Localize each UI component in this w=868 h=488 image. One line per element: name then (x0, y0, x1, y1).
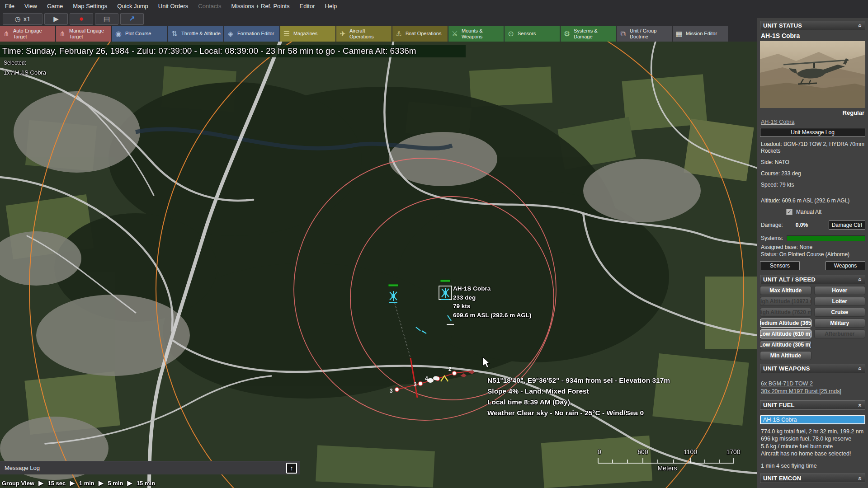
unit-photo (760, 41, 865, 108)
svg-text:3: 3 (390, 388, 393, 394)
map-viewport[interactable]: 3 3 4 2 (0, 42, 757, 488)
unit-map-label-altitude: 609.6 m ASL (292.6 m AGL) (453, 311, 532, 320)
speed-15min-button[interactable]: 15 min (137, 480, 155, 487)
group-view-toggle[interactable]: Group View (2, 480, 34, 487)
svg-text:2: 2 (448, 366, 452, 372)
menu-quick-jump[interactable]: Quick Jump (112, 3, 153, 9)
formation-editor-button[interactable]: ◈ Formation Editor (224, 26, 279, 42)
printer-icon: ▤ (104, 15, 110, 23)
collapse-chevron-icon[interactable]: « (857, 404, 864, 407)
unit-db-link[interactable]: AH-1S Cobra (761, 119, 864, 125)
message-log-expand-button[interactable]: ↑ (286, 463, 297, 474)
fuel-unit-selector[interactable]: AH-1S Cobra (760, 415, 865, 424)
map-hover-tooltip: N51°18'40", E9°36'52" - 934m from sel - … (487, 375, 670, 418)
min-altitude-button[interactable]: Min Altitude (760, 351, 811, 360)
boat-operations-button[interactable]: ⚓ Boat Operations (392, 26, 448, 42)
magazines-button[interactable]: ☰ Magazines (280, 26, 335, 42)
menu-help[interactable]: Help (320, 3, 342, 9)
damage-row: Damage: 0.0% Damage Ctrl (761, 221, 865, 230)
flying-time-line: 1 min 4 sec flying time (761, 463, 864, 469)
systems-health-bar (787, 235, 865, 241)
sensors-panel-button[interactable]: Sensors (760, 261, 800, 270)
proficiency-label: Regular (761, 109, 864, 116)
menu-missions-ref-points[interactable]: Missions + Ref. Points (226, 3, 295, 9)
terrain (0, 42, 757, 488)
aircraft-icon: ✈ (338, 30, 347, 38)
auto-engage-target-button[interactable]: ⋔ Auto Engage Target (0, 26, 55, 42)
aircraft-operations-button[interactable]: ✈ Aircraft Operations (336, 26, 392, 42)
quick-jump-button[interactable]: ↗ (120, 13, 144, 25)
damage-label: Damage: (761, 222, 783, 228)
panel-title: UNIT FUEL (763, 402, 795, 408)
loiter-button[interactable]: Loiter (814, 297, 866, 306)
collapse-chevron-icon[interactable]: « (857, 278, 864, 282)
loadout-line: Loadout: BGM-71D TOW 2, HYDRA 70mm Rocke… (761, 141, 864, 155)
alt-speed-grid: Max Altitude Hover High Altitude (10973 … (760, 286, 865, 360)
unit-map-label-name: AH-1S Cobra (453, 284, 532, 293)
fuel-burn-line: 5.6 kg / minute fuel burn rate (761, 443, 864, 450)
high-altitude-10973-button: High Altitude (10973 m (760, 297, 811, 306)
hover-button[interactable]: Hover (814, 286, 866, 295)
printer-button[interactable]: ▤ (95, 13, 118, 25)
sensors-icon: ⊙ (506, 30, 515, 38)
speed-15sec-button[interactable]: 15 sec (48, 480, 66, 487)
scale-tick-0: 0 (598, 448, 601, 455)
time-compression-controls: Group View ▶ 15 sec ▶ 1 min ▶ 5 min ▶ 15… (2, 479, 155, 487)
unit-alt-speed-panel-header[interactable]: UNIT ALT / SPEED « (760, 275, 865, 284)
damage-ctrl-button[interactable]: Damage Ctrl (829, 221, 865, 230)
cruise-button[interactable]: Cruise (814, 308, 866, 317)
max-altitude-button[interactable]: Max Altitude (760, 286, 811, 295)
unit-message-log-button[interactable]: Unit Message Log (760, 128, 865, 137)
high-altitude-7620-button: High Altitude (7620 m) (760, 308, 811, 317)
boat-icon: ⚓ (394, 30, 403, 38)
record-button[interactable]: ● (70, 13, 93, 25)
manual-engage-target-button[interactable]: ⋔ Manual Engage Target (56, 26, 111, 42)
menu-file[interactable]: File (0, 3, 19, 9)
scale-tick-600: 600 (637, 448, 648, 455)
tooltip-localtime-line: Local time 8:39 AM (Day) (487, 397, 670, 408)
message-log-bar[interactable]: Message Log ↑ (0, 461, 300, 474)
medium-altitude-button[interactable]: Medium Altitude (3658 (760, 319, 811, 328)
unit-status-panel-header[interactable]: UNIT STATUS « (760, 21, 865, 30)
menu-map-settings[interactable]: Map Settings (68, 3, 112, 9)
collapse-chevron-icon[interactable]: « (857, 367, 864, 371)
weapon-tow-link[interactable]: 6x BGM-71D TOW 2 (761, 380, 864, 387)
play-icon: ▶ (53, 15, 59, 23)
menu-view[interactable]: View (19, 3, 42, 9)
collapse-chevron-icon[interactable]: « (857, 477, 864, 480)
weapons-panel-button[interactable]: Weapons (826, 261, 865, 270)
unit-map-label: AH-1S Cobra 233 deg 79 kts 609.6 m ASL (… (453, 284, 532, 319)
time-status-bar: Time: Sunday, February 26, 1984 - Zulu: … (0, 45, 466, 57)
menu-unit-orders[interactable]: Unit Orders (153, 3, 193, 9)
manual-alt-label: Manual Alt (796, 209, 821, 215)
menu-editor[interactable]: Editor (295, 3, 320, 9)
unit-emcon-panel-header[interactable]: UNIT EMCON « (760, 474, 865, 483)
mounts-icon: ⚔ (450, 30, 459, 38)
low-altitude-305-button[interactable]: Low Altitude (305 m) (760, 340, 811, 349)
menu-game[interactable]: Game (42, 3, 68, 9)
manual-alt-checkbox[interactable]: ✓ (786, 209, 793, 215)
unit-weapons-panel-header[interactable]: UNIT WEAPONS « (760, 364, 865, 373)
side-line: Side: NATO (761, 159, 864, 166)
speed-1min-button[interactable]: 1 min (79, 480, 94, 487)
unit-group-doctrine-button[interactable]: ⧉ Unit / Group Doctrine (617, 26, 672, 42)
low-altitude-610-button[interactable]: Low Altitude (610 m) (760, 329, 811, 338)
collapse-chevron-icon[interactable]: « (857, 24, 864, 28)
throttle-altitude-button[interactable]: ⇅ Throttle & Altitude (168, 26, 223, 42)
mounts-weapons-button[interactable]: ⚔ Mounts & Weapons (448, 26, 504, 42)
altitude-line: Altitude: 609.6 m ASL (292.6 m AGL) (761, 197, 864, 204)
time-compression-button[interactable]: ◷ x1 (3, 13, 42, 25)
satellite-map[interactable]: 3 3 4 2 (0, 42, 757, 488)
sensors-button[interactable]: ⊙ Sensors (505, 26, 560, 42)
systems-damage-button[interactable]: ⚙ Systems & Damage (561, 26, 616, 42)
plot-course-button[interactable]: ◉ Plot Course (112, 26, 167, 42)
mission-editor-icon: ▦ (675, 30, 684, 38)
speed-5min-button[interactable]: 5 min (108, 480, 123, 487)
claw-icon: ⋔ (58, 30, 67, 38)
weapon-m197-link[interactable]: 30x 20mm M197 Burst [25 rnds] (761, 388, 864, 394)
unit-fuel-panel-header[interactable]: UNIT FUEL « (760, 400, 865, 410)
speed-line: Speed: 79 kts (761, 182, 864, 188)
play-button[interactable]: ▶ (44, 13, 68, 25)
mission-editor-button[interactable]: ▦ Mission Editor (673, 26, 728, 42)
military-button[interactable]: Military (814, 319, 866, 328)
